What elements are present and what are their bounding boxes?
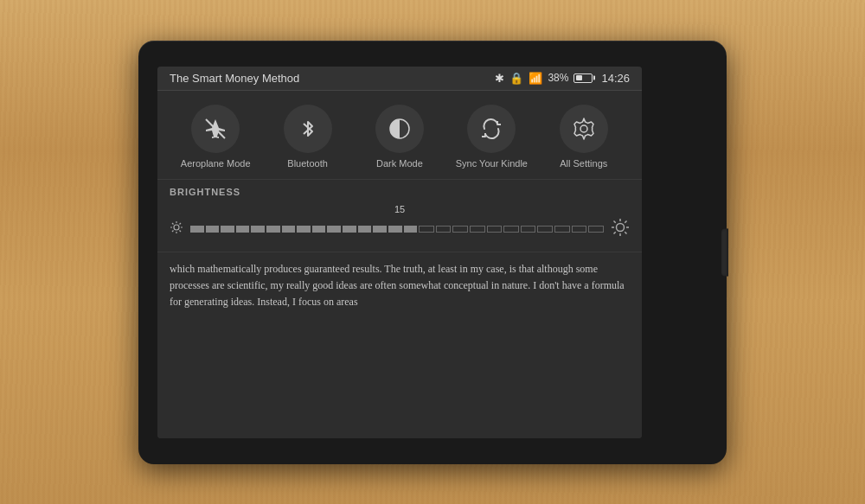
brightness-segment-13 [388, 226, 402, 233]
brightness-segment-3 [236, 226, 250, 233]
svg-line-10 [180, 223, 182, 225]
lock-status-icon: 🔒 [509, 72, 523, 85]
reading-content: which mathematically produces guaranteed… [157, 252, 642, 438]
status-bar: The Smart Money Method ✱ 🔒 📶 38% 14:26 [157, 67, 642, 91]
aeroplane-mode-label: Aeroplane Mode [181, 158, 251, 169]
sync-button[interactable]: Sync Your Kindle [452, 105, 530, 169]
dark-mode-icon [375, 105, 424, 153]
brightness-segment-4 [251, 226, 265, 233]
brightness-segment-25 [588, 226, 604, 233]
brightness-segment-2 [221, 226, 234, 233]
svg-line-9 [180, 231, 182, 233]
svg-line-18 [625, 232, 626, 233]
brightness-title: BRIGHTNESS [170, 187, 630, 197]
aeroplane-mode-button[interactable]: Aeroplane Mode [176, 105, 254, 169]
battery-fill [576, 75, 582, 80]
brightness-segment-16 [436, 226, 452, 233]
brightness-track [190, 226, 604, 233]
status-icons: ✱ 🔒 📶 38% 14:26 [495, 72, 630, 85]
dark-mode-label: Dark Mode [376, 158, 423, 169]
brightness-value: 15 [170, 204, 630, 214]
svg-line-8 [172, 223, 174, 225]
brightness-segment-7 [297, 226, 311, 233]
sync-icon [467, 105, 516, 153]
brightness-segment-19 [487, 226, 503, 233]
brightness-segment-15 [419, 226, 434, 233]
kindle-screen: The Smart Money Method ✱ 🔒 📶 38% 14:26 [157, 67, 642, 438]
svg-point-3 [174, 225, 179, 230]
dark-mode-button[interactable]: Dark Mode [361, 105, 439, 169]
bluetooth-button[interactable]: Bluetooth [269, 105, 347, 169]
wifi-status-icon: 📶 [529, 72, 542, 85]
brightness-segment-18 [470, 226, 485, 233]
brightness-segment-11 [358, 226, 372, 233]
brightness-slider[interactable] [190, 220, 604, 238]
brightness-segment-21 [521, 226, 536, 233]
brightness-segment-8 [312, 226, 326, 233]
battery-icon [573, 73, 593, 83]
brightness-segment-1 [206, 226, 220, 233]
svg-line-20 [614, 232, 616, 233]
bluetooth-status-icon: ✱ [495, 72, 504, 85]
brightness-segment-14 [404, 226, 418, 233]
kindle-device: The Smart Money Method ✱ 🔒 📶 38% 14:26 [138, 41, 727, 464]
svg-line-17 [614, 220, 616, 222]
svg-point-2 [580, 125, 587, 132]
brightness-segment-22 [537, 226, 553, 233]
battery-indicator [573, 73, 593, 83]
all-settings-button[interactable]: All Settings [545, 105, 623, 169]
aeroplane-mode-icon [191, 105, 240, 153]
brightness-segment-17 [452, 226, 468, 233]
bluetooth-label: Bluetooth [287, 158, 327, 169]
reading-text: which mathematically produces guaranteed… [170, 261, 630, 311]
quick-settings-panel: Aeroplane Mode Bluetooth [157, 91, 642, 179]
bluetooth-icon [284, 105, 332, 153]
svg-line-19 [625, 220, 626, 222]
all-settings-icon [560, 105, 608, 153]
settings-icons-row: Aeroplane Mode Bluetooth [170, 105, 630, 169]
brightness-segment-23 [554, 226, 570, 233]
svg-point-12 [617, 223, 625, 231]
battery-percent: 38% [548, 72, 568, 84]
brightness-segment-10 [343, 226, 356, 233]
brightness-segment-5 [266, 226, 280, 233]
brightness-segment-24 [572, 226, 587, 233]
brightness-segment-12 [373, 226, 387, 233]
clock: 14:26 [601, 72, 630, 85]
brightness-min-icon [170, 220, 183, 238]
book-title: The Smart Money Method [170, 72, 299, 85]
brightness-row [170, 218, 630, 241]
svg-line-11 [172, 231, 174, 233]
sync-label: Sync Your Kindle [456, 158, 528, 169]
page-turn-button[interactable] [721, 228, 728, 276]
brightness-segment-0 [190, 226, 204, 233]
brightness-segment-9 [327, 226, 341, 233]
all-settings-label: All Settings [560, 158, 607, 169]
brightness-max-icon [611, 218, 630, 241]
brightness-segment-20 [503, 226, 519, 233]
brightness-section: BRIGHTNESS 15 [157, 179, 642, 252]
brightness-segment-6 [282, 226, 296, 233]
